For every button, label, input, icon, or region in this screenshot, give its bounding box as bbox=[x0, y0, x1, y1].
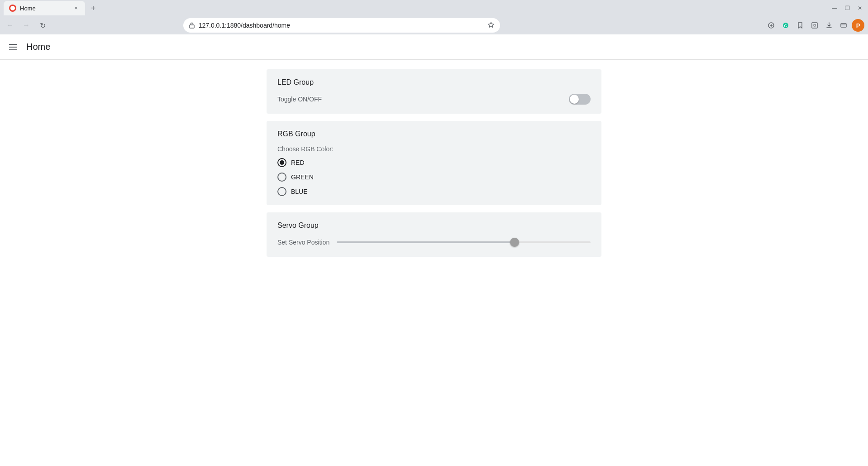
servo-group-title: Servo Group bbox=[277, 221, 591, 230]
page-title: Home bbox=[26, 42, 50, 52]
rgb-group-title: RGB Group bbox=[277, 130, 591, 138]
led-toggle-row: Toggle ON/OFF bbox=[277, 94, 591, 105]
servo-slider-container[interactable] bbox=[337, 237, 591, 248]
toggle-label: Toggle ON/OFF bbox=[277, 96, 322, 103]
download-icon[interactable] bbox=[823, 19, 835, 32]
radio-label-green: GREEN bbox=[291, 173, 314, 181]
page: Home LED Group Toggle ON/OFF RGB Group C… bbox=[0, 34, 868, 466]
tab-close-button[interactable]: × bbox=[72, 5, 80, 12]
rgb-radio-group: RED GREEN BLUE bbox=[277, 158, 591, 196]
radio-button-red[interactable] bbox=[277, 158, 286, 167]
radio-label-blue: BLUE bbox=[291, 188, 308, 195]
app-bar: Home bbox=[0, 34, 868, 60]
toggle-track bbox=[569, 94, 591, 105]
tab-favicon-icon bbox=[9, 5, 16, 12]
svg-text:G: G bbox=[784, 24, 787, 28]
menu-button[interactable] bbox=[7, 42, 19, 52]
puzzle-icon[interactable] bbox=[808, 19, 821, 32]
new-tab-button[interactable]: + bbox=[87, 2, 100, 14]
led-toggle-switch[interactable] bbox=[569, 94, 591, 105]
svg-rect-5 bbox=[841, 24, 846, 27]
star-icon[interactable] bbox=[487, 22, 495, 29]
servo-group-card: Servo Group Set Servo Position bbox=[267, 212, 601, 257]
window-controls: — ❐ ✕ bbox=[830, 5, 864, 11]
minimize-button[interactable]: — bbox=[830, 5, 839, 11]
slider-fill bbox=[337, 241, 515, 243]
restore-button[interactable]: ❐ bbox=[843, 5, 852, 11]
lock-icon bbox=[189, 22, 195, 29]
led-group-card: LED Group Toggle ON/OFF bbox=[267, 69, 601, 114]
browser-tab[interactable]: Home × bbox=[4, 1, 85, 15]
profile-switcher-icon[interactable] bbox=[837, 19, 850, 32]
led-group-title: LED Group bbox=[277, 78, 591, 86]
refresh-button[interactable]: ↻ bbox=[36, 19, 49, 32]
radio-item-blue[interactable]: BLUE bbox=[277, 187, 591, 196]
radio-item-red[interactable]: RED bbox=[277, 158, 591, 167]
slider-track bbox=[337, 241, 591, 243]
radio-label-red: RED bbox=[291, 159, 305, 166]
slider-thumb[interactable] bbox=[510, 238, 519, 247]
toggle-thumb bbox=[570, 95, 579, 104]
back-button[interactable]: ← bbox=[4, 19, 16, 32]
url-bar[interactable]: 127.0.0.1:1880/dashboard/home bbox=[183, 18, 500, 33]
svg-rect-4 bbox=[812, 23, 817, 28]
rgb-section-label: Choose RGB Color: bbox=[277, 145, 591, 153]
servo-slider-row: Set Servo Position bbox=[277, 237, 591, 248]
radio-button-green[interactable] bbox=[277, 173, 286, 182]
toolbar-icons: G bbox=[765, 19, 864, 32]
address-bar: ← → ↻ 127.0.0.1:1880/dashboard/home bbox=[0, 16, 868, 34]
close-button[interactable]: ✕ bbox=[855, 5, 864, 11]
browser-chrome: Home × + — ❐ ✕ ← → ↻ 127.0.0.1:1880/dash… bbox=[0, 0, 868, 34]
rgb-group-card: RGB Group Choose RGB Color: RED GREEN BL… bbox=[267, 121, 601, 205]
grammarly-icon[interactable]: G bbox=[779, 19, 792, 32]
radio-inner-red bbox=[280, 160, 284, 165]
radio-button-blue[interactable] bbox=[277, 187, 286, 196]
main-content: LED Group Toggle ON/OFF RGB Group Choose… bbox=[258, 60, 610, 273]
tab-label: Home bbox=[20, 5, 69, 12]
radio-item-green[interactable]: GREEN bbox=[277, 173, 591, 182]
servo-slider-label: Set Servo Position bbox=[277, 239, 329, 246]
svg-rect-0 bbox=[190, 25, 194, 28]
bookmark-icon[interactable] bbox=[794, 19, 806, 32]
forward-button[interactable]: → bbox=[20, 19, 33, 32]
profile-avatar[interactable]: P bbox=[852, 19, 864, 32]
extensions-icon[interactable] bbox=[765, 19, 777, 32]
url-text: 127.0.0.1:1880/dashboard/home bbox=[199, 22, 484, 29]
title-bar: Home × + — ❐ ✕ bbox=[0, 0, 868, 16]
